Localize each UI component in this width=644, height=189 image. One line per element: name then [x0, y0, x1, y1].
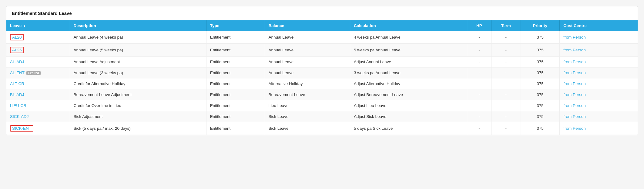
hp-cell: -	[467, 89, 491, 100]
description-cell: Sick Adjustment	[70, 111, 206, 122]
col-header-balance: Balance	[265, 20, 350, 31]
balance-cell: Lieu Leave	[265, 100, 350, 111]
table-row: AL-ENTExpiredAnnual Leave (3 weeks pa)En…	[6, 67, 638, 78]
leave-link[interactable]: AL25	[10, 47, 24, 53]
col-header-hp: HP	[467, 20, 491, 31]
priority-cell: 375	[521, 57, 560, 67]
cost-centre-link[interactable]: from Person	[563, 35, 586, 40]
col-header-costCentre: Cost Centre	[560, 20, 638, 31]
cost-centre-cell: from Person	[560, 44, 638, 57]
leave-cell: AL25	[6, 44, 70, 57]
leave-link[interactable]: ALT-CR	[10, 81, 24, 86]
header-row: Leave ▲DescriptionTypeBalanceCalculation…	[6, 20, 638, 31]
term-cell: -	[491, 67, 521, 78]
cost-centre-link[interactable]: from Person	[563, 81, 586, 86]
table-row: AL25Annual Leave (5 weeks pa)Entitlement…	[6, 44, 638, 57]
priority-cell: 375	[521, 67, 560, 78]
priority-cell: 375	[521, 89, 560, 100]
table-row: LIEU-CRCredit for Overtime in LieuEntitl…	[6, 100, 638, 111]
hp-cell: -	[467, 57, 491, 67]
type-cell: Entitlement	[206, 31, 265, 44]
term-cell: -	[491, 89, 521, 100]
cost-centre-link[interactable]: from Person	[563, 48, 586, 52]
expired-badge: Expired	[26, 71, 41, 75]
leave-cell: LIEU-CR	[6, 100, 70, 111]
term-cell: -	[491, 31, 521, 44]
type-cell: Entitlement	[206, 78, 265, 89]
balance-cell: Sick Leave	[265, 122, 350, 135]
col-header-description: Description	[70, 20, 206, 31]
priority-cell: 375	[521, 44, 560, 57]
cost-centre-cell: from Person	[560, 31, 638, 44]
cost-centre-cell: from Person	[560, 57, 638, 67]
type-cell: Entitlement	[206, 44, 265, 57]
calculation-cell: Adjust Bereavement Leave	[350, 89, 467, 100]
calculation-cell: 5 days pa Sick Leave	[350, 122, 467, 135]
cost-centre-cell: from Person	[560, 78, 638, 89]
cost-centre-cell: from Person	[560, 89, 638, 100]
calculation-cell: Adjust Annual Leave	[350, 57, 467, 67]
calculation-cell: Adjust Sick Leave	[350, 111, 467, 122]
col-header-priority: Priority	[521, 20, 560, 31]
section-title: Entitlement Standard Leave	[6, 6, 638, 20]
hp-cell: -	[467, 78, 491, 89]
calculation-cell: Adjust Alternative Holiday	[350, 78, 467, 89]
balance-cell: Annual Leave	[265, 31, 350, 44]
term-cell: -	[491, 122, 521, 135]
cost-centre-link[interactable]: from Person	[563, 126, 586, 131]
balance-cell: Alternative Holiday	[265, 78, 350, 89]
priority-cell: 375	[521, 78, 560, 89]
hp-cell: -	[467, 100, 491, 111]
table-body: AL20Annual Leave (4 weeks pa)Entitlement…	[6, 31, 638, 135]
hp-cell: -	[467, 67, 491, 78]
priority-cell: 375	[521, 111, 560, 122]
cost-centre-link[interactable]: from Person	[563, 92, 586, 97]
calculation-cell: 4 weeks pa Annual Leave	[350, 31, 467, 44]
cost-centre-link[interactable]: from Person	[563, 70, 586, 75]
hp-cell: -	[467, 111, 491, 122]
description-cell: Annual Leave (3 weeks pa)	[70, 67, 206, 78]
leave-cell: BL-ADJ	[6, 89, 70, 100]
description-cell: Credit for Overtime in Lieu	[70, 100, 206, 111]
priority-cell: 375	[521, 31, 560, 44]
cost-centre-link[interactable]: from Person	[563, 103, 586, 108]
hp-cell: -	[467, 44, 491, 57]
balance-cell: Annual Leave	[265, 57, 350, 67]
description-cell: Bereavement Leave Adjustment	[70, 89, 206, 100]
priority-cell: 375	[521, 100, 560, 111]
leave-link[interactable]: SICK-ADJ	[10, 114, 29, 119]
table-row: SICK-ADJSick AdjustmentEntitlementSick L…	[6, 111, 638, 122]
leave-link[interactable]: LIEU-CR	[10, 103, 26, 108]
type-cell: Entitlement	[206, 100, 265, 111]
balance-cell: Annual Leave	[265, 67, 350, 78]
cost-centre-link[interactable]: from Person	[563, 114, 586, 119]
leave-cell: SICK-ADJ	[6, 111, 70, 122]
table-row: SICK-ENTSick (5 days pa / max. 20 days)E…	[6, 122, 638, 135]
term-cell: -	[491, 100, 521, 111]
term-cell: -	[491, 78, 521, 89]
type-cell: Entitlement	[206, 89, 265, 100]
col-header-calculation: Calculation	[350, 20, 467, 31]
leave-link[interactable]: AL-ENT	[10, 70, 25, 75]
term-cell: -	[491, 111, 521, 122]
leave-link[interactable]: AL20	[10, 34, 24, 40]
table-row: AL-ADJAnnual Leave AdjustmentEntitlement…	[6, 57, 638, 67]
table-row: BL-ADJBereavement Leave AdjustmentEntitl…	[6, 89, 638, 100]
type-cell: Entitlement	[206, 111, 265, 122]
leave-link[interactable]: BL-ADJ	[10, 92, 24, 97]
col-header-type: Type	[206, 20, 265, 31]
leave-link[interactable]: SICK-ENT	[10, 125, 33, 132]
cost-centre-cell: from Person	[560, 67, 638, 78]
table-header: Leave ▲DescriptionTypeBalanceCalculation…	[6, 20, 638, 31]
type-cell: Entitlement	[206, 57, 265, 67]
description-cell: Annual Leave Adjustment	[70, 57, 206, 67]
cost-centre-cell: from Person	[560, 122, 638, 135]
page-container: Entitlement Standard Leave Leave ▲Descri…	[6, 6, 638, 135]
calculation-cell: Adjust Lieu Leave	[350, 100, 467, 111]
description-cell: Sick (5 days pa / max. 20 days)	[70, 122, 206, 135]
leave-cell: AL-ENTExpired	[6, 67, 70, 78]
col-header-leave[interactable]: Leave ▲	[6, 20, 70, 31]
leave-cell: SICK-ENT	[6, 122, 70, 135]
leave-link[interactable]: AL-ADJ	[10, 60, 24, 64]
cost-centre-link[interactable]: from Person	[563, 60, 586, 64]
